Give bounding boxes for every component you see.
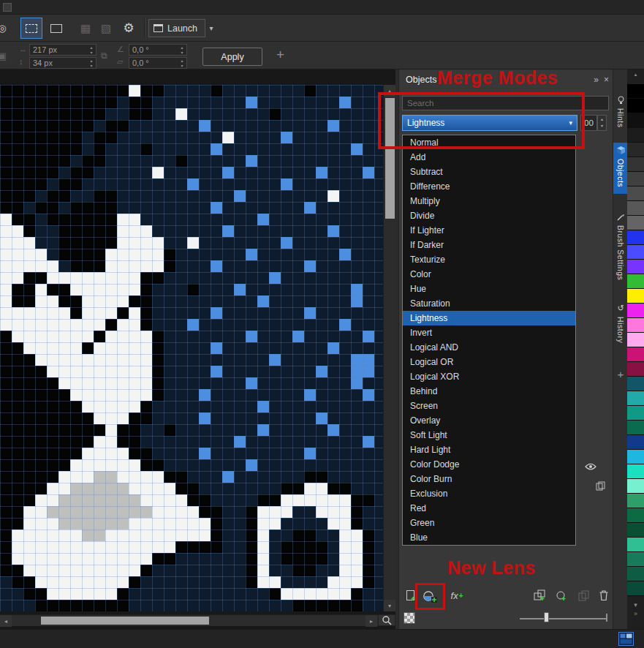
palette-swatch[interactable] bbox=[627, 289, 644, 304]
merge-mode-item[interactable]: Overlay bbox=[403, 413, 575, 428]
docker-tab-objects[interactable]: Objects bbox=[613, 143, 628, 194]
expand-panel-icon[interactable]: » bbox=[594, 75, 599, 85]
apply-button[interactable]: Apply bbox=[202, 48, 262, 66]
pixel-canvas[interactable] bbox=[0, 85, 383, 611]
merge-mode-item[interactable]: Texturize bbox=[403, 252, 575, 267]
merge-mode-dropdown[interactable]: Lightness ▾ bbox=[402, 115, 577, 131]
palette-swatch[interactable] bbox=[627, 128, 644, 143]
horizontal-scroll-thumb[interactable] bbox=[41, 617, 209, 625]
document-thumbnail-icon[interactable] bbox=[618, 632, 634, 646]
merge-mode-item[interactable]: Hue bbox=[403, 282, 575, 296]
delete-object-button[interactable] bbox=[596, 588, 612, 603]
zoom-tool-button[interactable] bbox=[378, 614, 395, 626]
palette-swatch[interactable] bbox=[627, 450, 644, 464]
add-docker-plus[interactable]: + bbox=[613, 368, 628, 380]
new-effect-button[interactable]: fx + bbox=[447, 588, 466, 603]
merge-mode-item[interactable]: Logical AND bbox=[403, 340, 575, 355]
palette-swatch[interactable] bbox=[627, 201, 644, 216]
palette-swatch[interactable] bbox=[627, 274, 644, 289]
merge-mode-item[interactable]: Screen bbox=[403, 399, 575, 413]
palette-swatch[interactable] bbox=[627, 567, 644, 581]
visibility-toggle[interactable] bbox=[583, 461, 598, 472]
lock-ratio-icon[interactable]: ⧉ bbox=[101, 50, 107, 61]
clipped-tool-icon[interactable]: ◎ bbox=[0, 18, 10, 39]
merge-mode-item[interactable]: Normal bbox=[403, 135, 575, 150]
objects-search-input[interactable] bbox=[402, 96, 609, 110]
opacity-slider-thumb[interactable] bbox=[544, 612, 549, 622]
palette-flyout-icon[interactable]: » bbox=[627, 609, 644, 618]
palette-swatch[interactable] bbox=[627, 304, 644, 318]
merge-mode-item[interactable]: Behind bbox=[403, 384, 575, 399]
docker-tab-brush-settings[interactable]: Brush Settings bbox=[613, 210, 628, 286]
palette-swatch[interactable] bbox=[627, 318, 644, 333]
transparency-checker-icon[interactable] bbox=[404, 612, 415, 624]
palette-swatch[interactable] bbox=[627, 260, 644, 274]
palette-swatch[interactable] bbox=[627, 391, 644, 406]
palette-swatch[interactable] bbox=[627, 216, 644, 230]
docker-tab-history[interactable]: ↺ History bbox=[613, 301, 628, 353]
merge-mode-item[interactable]: Color Burn bbox=[403, 472, 575, 486]
add-to-group-button[interactable] bbox=[531, 588, 548, 603]
merge-mode-item[interactable]: Multiply bbox=[403, 194, 575, 208]
merge-mode-item[interactable]: Add bbox=[403, 150, 575, 165]
palette-swatch[interactable] bbox=[627, 157, 644, 172]
palette-swatch[interactable] bbox=[627, 187, 644, 201]
palette-swatch[interactable] bbox=[627, 508, 644, 523]
palette-scroll-down[interactable]: ▾ bbox=[627, 600, 644, 609]
palette-swatch[interactable] bbox=[627, 464, 644, 479]
opacity-slider-track[interactable] bbox=[520, 618, 607, 619]
palette-swatch[interactable] bbox=[627, 523, 644, 538]
merge-mode-item[interactable]: Red bbox=[403, 501, 575, 516]
scroll-right-arrow[interactable]: ▸ bbox=[365, 615, 377, 627]
new-lens-button[interactable] bbox=[420, 588, 439, 604]
merge-mode-item[interactable]: Invert bbox=[403, 325, 575, 340]
merge-mode-item[interactable]: Logical XOR bbox=[403, 369, 575, 384]
close-panel-icon[interactable]: × bbox=[604, 75, 609, 85]
vertical-scrollbar[interactable]: ▴ ▾ bbox=[383, 85, 395, 611]
transform-mask-tool-button[interactable] bbox=[45, 18, 67, 39]
docker-tab-hints[interactable]: Hints bbox=[613, 93, 628, 135]
launch-dropdown-button[interactable]: ▾ bbox=[205, 18, 218, 39]
opacity-value[interactable]: 00 bbox=[580, 115, 597, 131]
merge-mode-item[interactable]: Color bbox=[403, 267, 575, 282]
palette-swatch[interactable] bbox=[627, 581, 644, 596]
palette-swatch[interactable] bbox=[627, 333, 644, 347]
palette-swatch[interactable] bbox=[627, 245, 644, 260]
palette-swatch[interactable] bbox=[627, 538, 644, 552]
merge-mode-item[interactable]: Soft Light bbox=[403, 428, 575, 442]
palette-swatch[interactable] bbox=[627, 406, 644, 421]
palette-swatch[interactable] bbox=[627, 362, 644, 377]
pixel-canvas-viewport[interactable] bbox=[0, 85, 383, 611]
merge-mode-item[interactable]: Exclusion bbox=[403, 486, 575, 501]
scroll-down-arrow[interactable]: ▾ bbox=[384, 600, 395, 611]
merge-mode-item[interactable]: Logical OR bbox=[403, 355, 575, 369]
height-spinner[interactable]: ▴▾ bbox=[88, 59, 95, 69]
width-spinner[interactable]: ▴▾ bbox=[88, 45, 95, 56]
palette-scroll-up[interactable]: ▴ bbox=[627, 69, 644, 80]
palette-swatch[interactable] bbox=[627, 172, 644, 187]
merge-mode-item[interactable]: If Lighter bbox=[403, 223, 575, 238]
rotation-spinner[interactable]: ▴▾ bbox=[178, 45, 186, 56]
merge-mode-item[interactable]: Difference bbox=[403, 179, 575, 194]
options-gear-button[interactable]: ⚙ bbox=[118, 18, 139, 39]
horizontal-scrollbar[interactable]: ◂ ▸ bbox=[0, 614, 378, 626]
skew-spinner[interactable]: ▴▾ bbox=[178, 59, 186, 69]
palette-swatch[interactable] bbox=[627, 347, 644, 362]
merge-mode-item[interactable]: Subtract bbox=[403, 165, 575, 179]
object-height-field[interactable] bbox=[29, 57, 96, 69]
opacity-spinner[interactable]: ▴▾ bbox=[597, 115, 607, 131]
scroll-up-arrow[interactable]: ▴ bbox=[384, 85, 395, 97]
merge-mode-item[interactable]: Lightness bbox=[403, 311, 575, 325]
merge-mode-item[interactable]: Color Dodge bbox=[403, 457, 575, 472]
thumbnail-options-button[interactable] bbox=[594, 481, 607, 491]
object-width-field[interactable] bbox=[29, 44, 96, 56]
palette-swatch[interactable] bbox=[627, 421, 644, 435]
create-mask-button[interactable] bbox=[553, 588, 569, 603]
palette-swatch[interactable] bbox=[627, 113, 644, 128]
merge-mode-item[interactable]: Divide bbox=[403, 208, 575, 223]
merge-mode-item[interactable]: Green bbox=[403, 516, 575, 530]
new-tab-plus[interactable]: + bbox=[276, 47, 284, 63]
rect-mask-tool-button[interactable] bbox=[20, 18, 42, 39]
merge-mode-item[interactable]: Blue bbox=[403, 530, 575, 545]
palette-swatch[interactable] bbox=[627, 552, 644, 567]
